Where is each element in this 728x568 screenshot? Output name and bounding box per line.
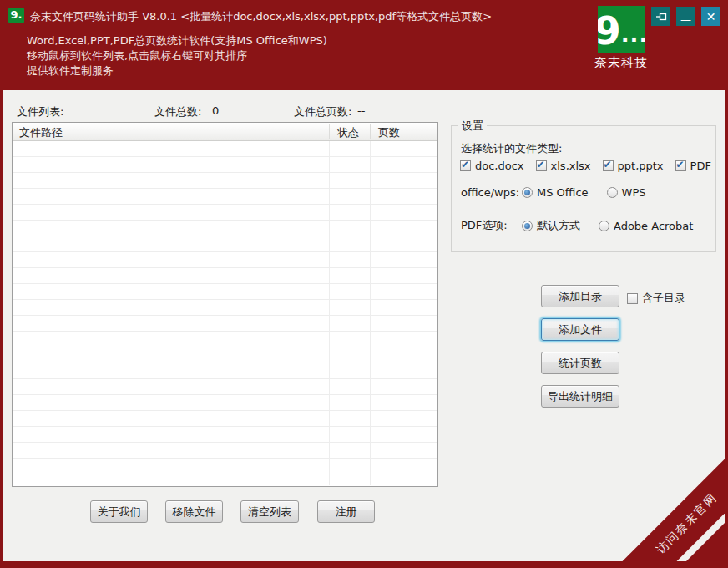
column-gridline (329, 141, 330, 485)
brand-name: 奈末科技 (589, 55, 653, 71)
radio-icon[interactable] (599, 221, 609, 231)
filetype-doc-docx-label: doc,docx (475, 160, 524, 172)
radio-icon[interactable] (522, 221, 533, 231)
filetype-xls-xlsx-label: xls,xlsx (551, 160, 591, 172)
column-divider (370, 124, 371, 139)
total-pages-label: 文件总页数: (294, 104, 351, 119)
checkbox-icon[interactable] (460, 160, 471, 171)
brand-block: 9... 奈末科技 (589, 6, 653, 71)
app-window: 9. 奈末文件页码统计助手 V8.0.1 <批量统计doc,docx,xls,x… (0, 0, 728, 568)
file-type-label: 选择统计的文件类型: (461, 141, 562, 156)
visit-website-ribbon[interactable]: 访问奈末官网 (597, 434, 725, 561)
include-subdir-option[interactable]: 含子目录 (627, 291, 685, 306)
header-description: Word,Excel,PPT,PDF总页数统计软件(支持MS Office和WP… (27, 33, 327, 79)
visit-website-label: 访问奈末官网 (654, 490, 721, 558)
settings-groupbox: 设置 选择统计的文件类型: doc,docx xls,xlsx ppt,pptx (451, 125, 716, 252)
window-title: 奈末文件页码统计助手 V8.0.1 <批量统计doc,docx,xls,xlsx… (30, 9, 492, 24)
filetype-doc-docx[interactable]: doc,docx (460, 160, 524, 172)
checkbox-icon[interactable] (536, 160, 547, 171)
pdf-option-label: PDF选项: (461, 218, 522, 233)
file-table-body[interactable] (13, 141, 437, 486)
content-area: 文件列表: 文件总数: 0 文件总页数: -- 文件路径 状态 页数 设置 选择… (3, 90, 725, 561)
settings-legend: 设置 (458, 119, 487, 134)
include-subdir-label: 含子目录 (642, 291, 685, 306)
register-button[interactable]: 注册 (317, 500, 375, 523)
about-us-button[interactable]: 关于我们 (90, 500, 148, 523)
add-file-button[interactable]: 添加文件 (541, 318, 619, 341)
radio-icon[interactable] (607, 187, 618, 198)
radio-ms-office-label: MS Office (537, 186, 589, 199)
count-pages-button[interactable]: 统计页数 (541, 352, 619, 374)
header-line-1: Word,Excel,PPT,PDF总页数统计软件(支持MS Office和WP… (27, 33, 327, 48)
column-header-pages[interactable]: 页数 (378, 125, 400, 140)
radio-ms-office[interactable]: MS Office (522, 186, 589, 199)
radio-wps-label: WPS (622, 186, 646, 199)
file-count-value: 0 (212, 104, 219, 117)
radio-wps[interactable]: WPS (607, 186, 646, 199)
close-button[interactable]: ✕ (701, 7, 720, 26)
filetype-ppt-pptx-label: ppt,pptx (618, 160, 664, 172)
minimize-button[interactable]: — (676, 7, 695, 26)
minimize-icon: — (680, 16, 691, 24)
add-directory-button[interactable]: 添加目录 (541, 285, 619, 307)
filetype-xls-xlsx[interactable]: xls,xlsx (536, 160, 591, 172)
pin-icon (655, 11, 667, 23)
file-table-header: 文件路径 状态 页数 (13, 123, 437, 141)
clear-list-button[interactable]: 清空列表 (240, 500, 299, 523)
column-header-path[interactable]: 文件路径 (19, 125, 63, 140)
radio-adobe-acrobat-label: Adobe Acrobat (614, 220, 693, 232)
close-icon: ✕ (706, 10, 716, 23)
column-divider (329, 124, 330, 139)
column-header-status[interactable]: 状态 (337, 125, 359, 140)
file-list-table: 文件路径 状态 页数 (12, 122, 438, 487)
checkbox-icon[interactable] (603, 160, 614, 171)
filetype-pdf[interactable]: PDF (675, 160, 711, 172)
remove-file-button[interactable]: 移除文件 (165, 500, 223, 523)
radio-default-mode[interactable]: 默认方式 (522, 218, 580, 233)
file-list-label: 文件列表: (17, 104, 63, 119)
logo-dots: ... (621, 16, 645, 53)
checkbox-icon[interactable] (675, 160, 686, 171)
total-pages-value: -- (357, 104, 365, 117)
header-line-2: 移动鼠标到软件列表,点击鼠标右键可对其排序 (27, 48, 327, 63)
filetype-pdf-label: PDF (690, 160, 711, 172)
filetype-ppt-pptx[interactable]: ppt,pptx (603, 160, 664, 172)
column-gridline (370, 141, 371, 485)
file-count-label: 文件总数: (154, 104, 201, 119)
corner-ribbon: 访问奈末官网 (574, 411, 725, 561)
header-line-3: 提供软件定制服务 (27, 63, 327, 79)
radio-default-mode-label: 默认方式 (537, 218, 580, 233)
radio-adobe-acrobat[interactable]: Adobe Acrobat (599, 220, 693, 232)
app-icon: 9. (8, 8, 24, 23)
checkbox-icon[interactable] (627, 293, 638, 304)
pin-button[interactable] (651, 7, 670, 26)
brand-logo-icon: 9... (598, 6, 645, 53)
logo-nine-glyph: 9 (598, 9, 621, 53)
office-wps-label: office/wps: (461, 186, 522, 199)
radio-icon[interactable] (522, 187, 533, 198)
export-detail-button[interactable]: 导出统计明细 (541, 385, 619, 408)
